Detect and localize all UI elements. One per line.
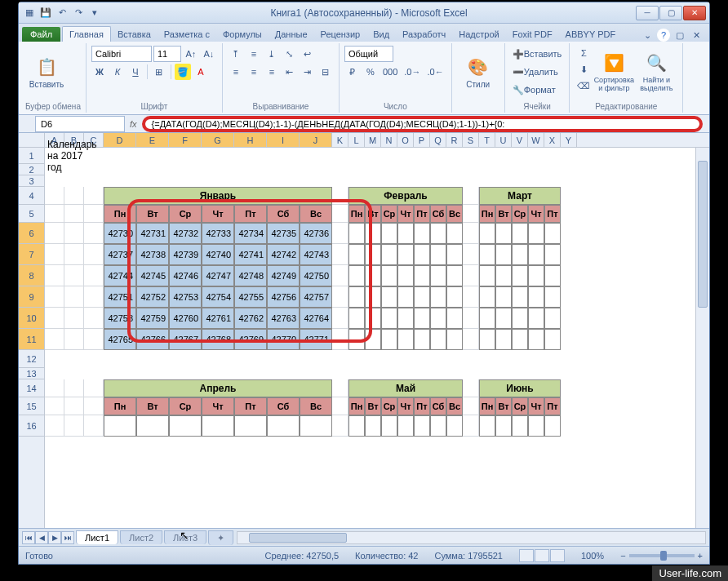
sheet-nav-next[interactable]: ▶	[48, 531, 61, 544]
cell[interactable]	[267, 415, 300, 437]
cell[interactable]: Сб	[430, 397, 446, 415]
cell[interactable]	[512, 223, 528, 244]
cell[interactable]	[84, 308, 104, 329]
cell[interactable]	[332, 223, 348, 244]
cell[interactable]	[397, 415, 414, 437]
cell[interactable]	[365, 223, 381, 244]
cell[interactable]: Пт	[544, 205, 561, 223]
cell[interactable]	[64, 265, 84, 286]
sort-filter-button[interactable]: 🔽 Сортировка и фильтр	[593, 45, 635, 99]
cell[interactable]	[512, 308, 528, 329]
cell[interactable]: 42748	[234, 265, 267, 286]
cell[interactable]	[528, 415, 544, 437]
cell[interactable]	[463, 205, 479, 223]
cell[interactable]	[332, 265, 348, 286]
column-header[interactable]: K	[332, 133, 348, 147]
row-header[interactable]: 3	[19, 175, 44, 187]
cell[interactable]	[430, 265, 446, 286]
cell[interactable]	[446, 415, 463, 437]
size-combo[interactable]: 11	[153, 46, 181, 62]
new-sheet-button[interactable]: ✦	[208, 530, 233, 545]
cell[interactable]	[365, 286, 381, 308]
cell[interactable]: 42746	[169, 265, 202, 286]
cell[interactable]	[84, 265, 104, 286]
cell[interactable]	[381, 415, 397, 437]
fill-icon[interactable]: ⬇	[575, 61, 593, 78]
cell[interactable]	[45, 286, 64, 308]
cell[interactable]	[430, 244, 446, 265]
row-header[interactable]: 14	[19, 379, 44, 397]
number-format-combo[interactable]: Общий	[344, 46, 393, 62]
align-center-icon[interactable]: ≡	[246, 64, 262, 80]
cell[interactable]: 42764	[300, 308, 332, 329]
column-header[interactable]: F	[169, 133, 202, 147]
month-header[interactable]: Март	[479, 187, 561, 205]
cell[interactable]: 42733	[202, 223, 234, 244]
find-select-button[interactable]: 🔍 Найти и выделить	[635, 45, 677, 99]
cell[interactable]	[64, 286, 84, 308]
align-left-icon[interactable]: ≡	[228, 64, 244, 80]
border-icon[interactable]: ⊞	[151, 64, 167, 80]
cell[interactable]: 42730	[104, 223, 136, 244]
cell[interactable]: Чт	[202, 397, 234, 415]
comma-icon[interactable]: 000	[380, 64, 400, 80]
align-middle-icon[interactable]: ≡	[246, 46, 262, 62]
formula-bar[interactable]: {=ДАТА(ГОД(D4);МЕСЯЦ(D4);1-1)-(ДЕНЬНЕД(Д…	[142, 116, 703, 132]
cell[interactable]: 42769	[234, 329, 267, 350]
cell[interactable]	[528, 308, 544, 329]
cell[interactable]	[446, 265, 463, 286]
cell[interactable]	[202, 415, 234, 437]
column-header[interactable]: E	[136, 133, 169, 147]
tab-insert[interactable]: Вставка	[111, 27, 158, 42]
cell[interactable]: 42767	[169, 329, 202, 350]
row-header[interactable]: 10	[19, 308, 44, 329]
tab-view[interactable]: Вид	[366, 27, 396, 42]
cell[interactable]: Чт	[528, 205, 544, 223]
insert-cells-button[interactable]: ➕ Вставить	[510, 46, 565, 62]
align-top-icon[interactable]: ⤒	[228, 46, 244, 62]
cell[interactable]	[64, 329, 84, 350]
row-header[interactable]: 12	[19, 350, 44, 368]
delete-cells-button[interactable]: ➖ Удалить	[510, 64, 561, 80]
sheet-tab-2[interactable]: Лист2	[120, 530, 162, 544]
cell[interactable]: Календарь на 2017 год	[45, 148, 64, 164]
cell[interactable]	[512, 265, 528, 286]
cell[interactable]: 42737	[104, 244, 136, 265]
cell[interactable]	[544, 308, 561, 329]
cell[interactable]	[64, 397, 84, 415]
cell[interactable]: Вс	[446, 205, 463, 223]
cell[interactable]	[528, 244, 544, 265]
column-header[interactable]: P	[414, 133, 430, 147]
cell[interactable]	[348, 286, 365, 308]
cell[interactable]: Пт	[414, 205, 430, 223]
cell[interactable]	[84, 286, 104, 308]
horizontal-scrollbar[interactable]	[237, 531, 706, 544]
cell[interactable]	[84, 205, 104, 223]
column-header[interactable]: M	[365, 133, 381, 147]
cell[interactable]: 42761	[202, 308, 234, 329]
cell[interactable]: Ср	[169, 397, 202, 415]
cell[interactable]: Вт	[136, 205, 169, 223]
cell[interactable]: Вт	[365, 397, 381, 415]
cell[interactable]	[300, 415, 332, 437]
wrap-text-icon[interactable]: ↩	[300, 46, 316, 62]
cell[interactable]	[528, 223, 544, 244]
cell[interactable]: 42749	[267, 265, 300, 286]
cell[interactable]: 42741	[234, 244, 267, 265]
file-tab[interactable]: Файл	[22, 27, 60, 42]
decimal-dec-icon[interactable]: .0←	[425, 64, 446, 80]
cell[interactable]	[332, 397, 348, 415]
cell[interactable]: Пт	[234, 397, 267, 415]
cell[interactable]: 42736	[300, 223, 332, 244]
format-cells-button[interactable]: 🔧 Формат	[510, 82, 558, 98]
cell[interactable]: 42747	[202, 265, 234, 286]
currency-icon[interactable]: ₽	[344, 64, 361, 80]
name-box[interactable]: D6	[35, 116, 125, 132]
column-header[interactable]: W	[528, 133, 544, 147]
close-workbook-icon[interactable]: ✕	[690, 29, 703, 42]
clear-icon[interactable]: ⌫	[575, 78, 593, 94]
cell[interactable]	[397, 244, 414, 265]
cell[interactable]	[84, 397, 104, 415]
cell[interactable]	[381, 308, 397, 329]
cell[interactable]: 42763	[267, 308, 300, 329]
